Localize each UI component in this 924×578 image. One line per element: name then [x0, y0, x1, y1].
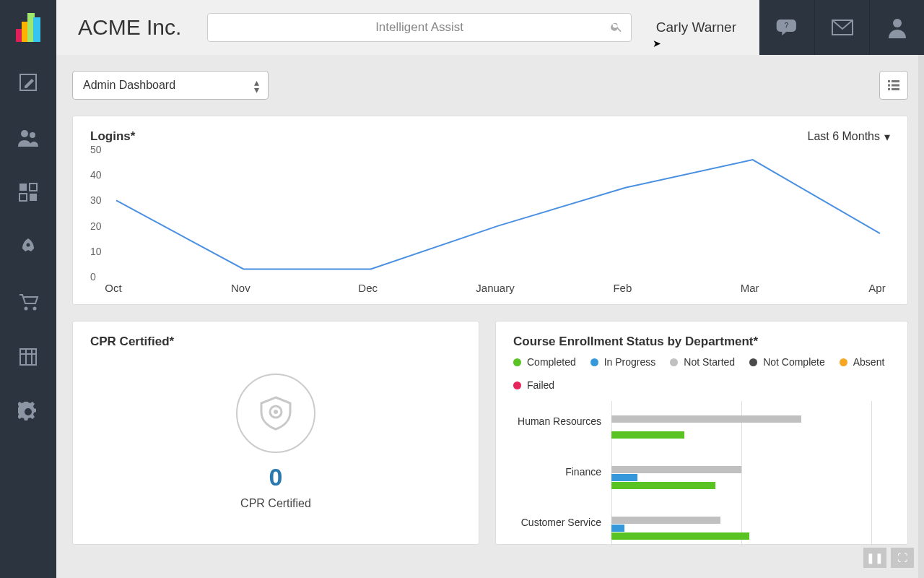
legend-not-complete: Not Complete	[763, 356, 825, 368]
caret-down-icon: ▾	[884, 130, 890, 144]
logins-card: Logins* Last 6 Months ▾ 01020304050OctNo…	[72, 116, 908, 305]
expand-icon[interactable]: ⛶	[891, 548, 914, 568]
content-area: Admin Dashboard ▴▾ Logins* Last 6 Months…	[56, 55, 924, 578]
search-wrap	[207, 13, 631, 42]
user-name[interactable]: Carly Warner	[656, 20, 736, 35]
pause-icon[interactable]: ❚❚	[863, 548, 886, 568]
x-tick: Apr	[868, 282, 885, 294]
dept-row-label: Customer Service	[507, 517, 601, 528]
svg-point-9	[27, 243, 30, 247]
logins-title: Logins*	[90, 129, 135, 144]
logo[interactable]	[0, 0, 56, 55]
time-range-picker[interactable]: Last 6 Months ▾	[808, 130, 891, 144]
svg-point-10	[25, 307, 28, 311]
time-range-label: Last 6 Months	[808, 130, 881, 143]
x-tick: January	[476, 282, 514, 294]
nav-table-icon[interactable]	[0, 329, 56, 384]
legend-completed: Completed	[527, 356, 576, 368]
legend-failed: Failed	[527, 379, 554, 391]
select-arrows-icon: ▴▾	[254, 79, 259, 93]
help-chat-icon[interactable]: ?	[759, 0, 814, 55]
nav-rocket-icon[interactable]	[0, 220, 56, 275]
list-view-toggle[interactable]	[879, 71, 908, 100]
nav-users-icon[interactable]	[0, 110, 56, 165]
dept-bar	[611, 431, 684, 439]
legend-absent: Absent	[853, 356, 885, 368]
cpr-card: CPR Certified* 0 CPR Certified	[72, 321, 479, 545]
x-tick: Oct	[105, 282, 121, 294]
cpr-title: CPR Certified*	[90, 335, 461, 349]
dept-bar	[611, 525, 624, 532]
dept-bar	[611, 482, 715, 489]
legend-not-started: Not Started	[684, 356, 735, 368]
cursor-icon: ➤	[653, 38, 661, 49]
svg-rect-17	[892, 85, 899, 87]
dept-bar	[611, 415, 801, 423]
dept-bar	[611, 532, 749, 540]
dept-row-label: Human Resources	[507, 415, 601, 427]
company-name: ACME Inc.	[78, 15, 181, 40]
nav-settings-icon[interactable]	[0, 384, 56, 439]
nav-cart-icon[interactable]	[0, 275, 56, 329]
profile-icon[interactable]	[869, 0, 924, 55]
x-tick: Mar	[741, 282, 759, 294]
svg-rect-15	[888, 88, 890, 90]
dept-title: Course Enrollment Status by Department*	[513, 335, 890, 349]
svg-point-3	[21, 130, 28, 137]
x-tick: Feb	[613, 282, 632, 294]
cpr-value: 0	[269, 463, 283, 491]
dept-bar	[611, 517, 720, 524]
dept-chart: Human ResourcesFinanceCustomer Service	[513, 401, 890, 545]
dept-row-label: Finance	[507, 466, 601, 478]
svg-point-11	[33, 307, 37, 311]
dept-bar	[611, 466, 741, 473]
nav-compose-icon[interactable]	[0, 55, 56, 110]
dashboard-selector-label: Admin Dashboard	[83, 79, 175, 92]
svg-rect-12	[20, 349, 36, 365]
mail-icon[interactable]	[814, 0, 869, 55]
svg-rect-13	[888, 80, 890, 82]
x-tick: Nov	[231, 282, 250, 294]
svg-rect-5	[19, 184, 27, 191]
svg-rect-18	[892, 88, 899, 90]
search-input[interactable]	[207, 13, 631, 42]
svg-text:?: ?	[784, 22, 788, 30]
dept-enrollment-card: Course Enrollment Status by Department* …	[495, 321, 908, 545]
svg-point-4	[30, 132, 35, 138]
legend-in-progress: In Progress	[604, 356, 656, 368]
svg-rect-14	[888, 85, 890, 87]
svg-rect-6	[30, 184, 37, 191]
scrollbar[interactable]	[918, 55, 924, 578]
logins-chart: 01020304050OctNovDecJanuaryFebMarApr	[90, 150, 890, 294]
nav-apps-icon[interactable]	[0, 165, 56, 220]
svg-point-20	[274, 410, 278, 414]
svg-rect-7	[19, 194, 27, 201]
svg-rect-8	[30, 194, 37, 201]
side-nav	[0, 55, 56, 578]
x-tick: Dec	[358, 282, 378, 294]
dept-legend: Completed In Progress Not Started Not Co…	[513, 356, 890, 391]
top-bar: ACME Inc. Carly Warner ➤ ?	[0, 0, 924, 55]
svg-point-1	[893, 19, 902, 27]
certification-badge-icon	[236, 374, 315, 453]
dept-bar	[611, 474, 637, 481]
dashboard-selector[interactable]: Admin Dashboard ▴▾	[72, 71, 269, 100]
search-icon[interactable]	[610, 20, 623, 36]
cpr-label: CPR Certified	[240, 497, 311, 510]
svg-rect-16	[892, 80, 899, 82]
